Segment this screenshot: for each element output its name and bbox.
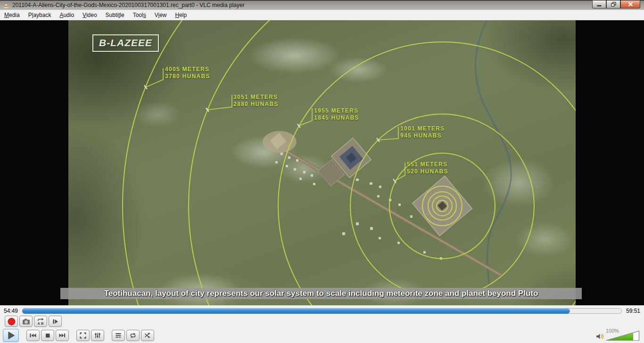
menu-help[interactable]: Help (171, 10, 191, 20)
menu-video[interactable]: Video (78, 10, 101, 20)
circle-3051m (189, 20, 576, 305)
play-icon (6, 331, 16, 340)
advanced-controls: A B (5, 316, 62, 327)
vlc-window: 201104-A-Aliens-City-of-the-Gods-Mexico-… (0, 0, 644, 343)
stop-icon (44, 332, 51, 339)
subtitle-text: Teotihuacan, layout of city represents o… (60, 288, 582, 299)
loop-a-to-b-button[interactable]: A B (34, 316, 47, 327)
record-button[interactable] (5, 316, 18, 327)
ring-label-1001: 1001 METERS945 HUNABS (400, 125, 445, 139)
previous-button[interactable] (26, 330, 40, 341)
title-bar: 201104-A-Aliens-City-of-the-Gods-Mexico-… (0, 0, 644, 10)
seek-bar[interactable] (22, 308, 622, 314)
stop-button[interactable] (41, 330, 54, 341)
frame-step-icon (52, 318, 59, 325)
ring-label-1955: 1955 METERS1845 HUNABS (314, 107, 359, 122)
previous-icon (29, 332, 37, 339)
river-line (476, 20, 512, 285)
fullscreen-button[interactable] (76, 330, 90, 341)
ciudadela (413, 176, 472, 236)
control-bar: A B (0, 315, 644, 343)
seek-row: 54:49 59:51 (0, 305, 644, 315)
loop-a-to-b-icon: A B (37, 318, 44, 325)
svg-text:A: A (38, 321, 41, 325)
snapshot-button[interactable] (19, 316, 33, 327)
elapsed-time: 54:49 (4, 308, 18, 314)
close-icon (628, 2, 633, 7)
extended-settings-button[interactable] (91, 330, 104, 341)
next-button[interactable] (56, 330, 69, 341)
map-overlay-graphics (68, 20, 576, 305)
speaker-icon[interactable] (595, 332, 604, 341)
loop-icon (129, 332, 137, 339)
menu-bar: Media Playback Audio Video Subtitle Tool… (0, 10, 644, 20)
ring-label-4005: 4005 METERS3780 HUNABS (165, 66, 210, 80)
total-time: 59:51 (626, 308, 640, 314)
ring-label-3051: 3051 METERS2880 HUNABS (233, 94, 279, 108)
video-area[interactable]: B-LAZEEE 4005 METERS3780 HUNABS 3051 MET… (68, 20, 576, 305)
playlist-button[interactable] (112, 330, 125, 341)
window-title: 201104-A-Aliens-City-of-the-Gods-Mexico-… (12, 2, 245, 8)
menu-media[interactable]: Media (0, 10, 24, 20)
seek-progress-fill (22, 308, 570, 314)
next-icon (58, 332, 66, 339)
minimize-icon (597, 2, 602, 7)
ring-label-551: 551 METERS520 HUNABS (407, 161, 448, 175)
svg-text:B: B (41, 321, 44, 325)
restore-icon (611, 2, 616, 7)
window-controls (592, 0, 640, 8)
volume-slider[interactable] (606, 330, 640, 341)
menu-view[interactable]: View (150, 10, 171, 20)
menu-audio[interactable]: Audio (55, 10, 78, 20)
vlc-cone-icon (2, 1, 10, 9)
main-controls (3, 329, 154, 342)
frame-by-frame-button[interactable] (49, 316, 62, 327)
volume-cluster: 100% (595, 328, 640, 342)
equalizer-sliders-icon (94, 332, 101, 339)
restore-button[interactable] (606, 0, 620, 8)
loop-button[interactable] (126, 330, 140, 341)
playlist-icon (115, 332, 122, 339)
record-icon (8, 318, 16, 326)
broadcast-watermark: B-LAZEEE (92, 34, 159, 52)
close-button[interactable] (620, 0, 640, 8)
fullscreen-icon (79, 332, 87, 339)
shuffle-icon (144, 332, 151, 339)
menu-subtitle[interactable]: Subtitle (101, 10, 129, 20)
minimize-button[interactable] (592, 0, 606, 8)
play-button[interactable] (3, 329, 19, 342)
camera-icon (22, 318, 30, 325)
menu-playback[interactable]: Playback (24, 10, 56, 20)
menu-tools[interactable]: Tools (129, 10, 150, 20)
random-button[interactable] (141, 330, 154, 341)
video-stage: B-LAZEEE 4005 METERS3780 HUNABS 3051 MET… (0, 20, 644, 305)
